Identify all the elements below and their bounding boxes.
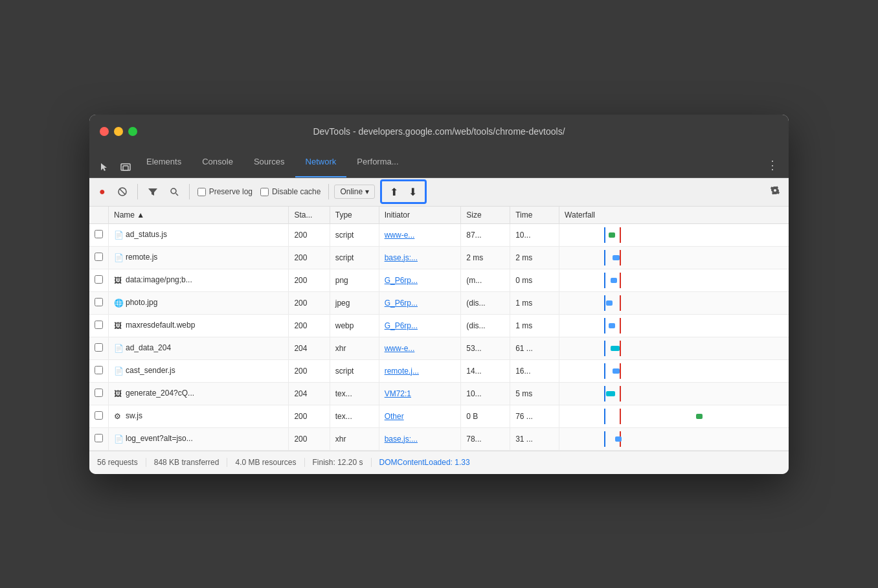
row-initiator[interactable]: G_P6rp...: [379, 314, 461, 337]
download-icon[interactable]: ⬇: [409, 186, 417, 198]
row-name: 📄log_event?alt=jso...: [109, 427, 289, 450]
row-size: 14...: [461, 359, 510, 382]
filter-button[interactable]: [143, 183, 163, 200]
settings-button[interactable]: [767, 182, 783, 201]
initiator-link[interactable]: base.js:...: [385, 253, 418, 262]
row-initiator[interactable]: G_P6rp...: [379, 269, 461, 291]
row-initiator[interactable]: G_P6rp...: [379, 291, 461, 314]
row-checkbox[interactable]: [89, 314, 109, 337]
initiator-link[interactable]: VM72:1: [385, 389, 411, 398]
upload-icon[interactable]: ⬆: [390, 186, 398, 198]
row-checkbox[interactable]: [89, 359, 109, 382]
waterfall-bar: [613, 255, 619, 260]
row-initiator[interactable]: base.js:...: [379, 427, 461, 450]
table-row[interactable]: 📄ad_data_204 204 xhr www-e... 53... 61 .…: [89, 337, 789, 359]
file-type-icon: 📄: [114, 344, 123, 353]
more-tabs-button[interactable]: ⋮: [761, 153, 783, 177]
col-header-initiator[interactable]: Initiator: [379, 207, 461, 224]
disable-cache-checkbox[interactable]: Disable cache: [260, 187, 321, 196]
waterfall-bar-container: [565, 386, 783, 401]
row-waterfall: [559, 427, 789, 450]
close-button[interactable]: [100, 127, 109, 136]
row-size: 2 ms: [461, 246, 510, 269]
table-row[interactable]: 📄ad_status.js 200 script www-e... 87... …: [89, 223, 789, 246]
preserve-log-checkbox[interactable]: Preserve log: [197, 187, 253, 196]
table-row[interactable]: 📄log_event?alt=jso... 200 xhr base.js:..…: [89, 427, 789, 450]
clear-button[interactable]: [113, 183, 132, 200]
row-type: script: [330, 223, 379, 246]
initiator-link[interactable]: Other: [385, 412, 404, 421]
col-header-time[interactable]: Time: [510, 207, 559, 224]
row-checkbox[interactable]: [89, 427, 109, 450]
tab-network[interactable]: Network: [295, 148, 347, 177]
record-button[interactable]: ●: [95, 183, 110, 201]
svg-line-5: [175, 193, 178, 196]
row-status: 200: [289, 359, 330, 382]
search-button[interactable]: [165, 184, 184, 200]
table-header-row: Name ▲ Sta... Type Initiator Size Time W…: [89, 207, 789, 224]
responsive-icon-btn[interactable]: [115, 157, 136, 177]
maximize-button[interactable]: [128, 127, 137, 136]
table-row[interactable]: 📄remote.js 200 script base.js:... 2 ms 2…: [89, 246, 789, 269]
row-initiator[interactable]: base.js:...: [379, 246, 461, 269]
table-row[interactable]: 🖼generate_204?cQ... 204 tex... VM72:1 10…: [89, 382, 789, 405]
waterfall-red-line: [620, 341, 621, 356]
col-header-status[interactable]: Sta...: [289, 207, 330, 224]
online-dropdown[interactable]: Online ▾: [334, 185, 375, 199]
chevron-down-icon: ▾: [365, 187, 369, 196]
table-row[interactable]: ⚙sw.js 200 tex... Other 0 B 76 ...: [89, 405, 789, 427]
waterfall-blue-line: [604, 227, 605, 243]
initiator-link[interactable]: base.js:...: [385, 435, 418, 444]
row-waterfall: [559, 314, 789, 337]
row-type: webp: [330, 314, 379, 337]
tab-console[interactable]: Console: [192, 148, 243, 177]
table-row[interactable]: 🖼data:image/png;b... 200 png G_P6rp... (…: [89, 269, 789, 291]
cursor-icon-btn[interactable]: [95, 157, 115, 177]
row-waterfall: [559, 291, 789, 314]
initiator-link[interactable]: www-e...: [385, 231, 415, 240]
tab-performance[interactable]: Performa...: [346, 148, 409, 177]
initiator-link[interactable]: remote.j...: [385, 367, 419, 376]
row-initiator[interactable]: www-e...: [379, 337, 461, 359]
row-initiator[interactable]: Other: [379, 405, 461, 427]
row-time: 10...: [510, 223, 559, 246]
row-type: script: [330, 246, 379, 269]
initiator-link[interactable]: G_P6rp...: [385, 276, 418, 285]
waterfall-blue-line: [604, 431, 605, 447]
row-time: 2 ms: [510, 246, 559, 269]
row-checkbox[interactable]: [89, 291, 109, 314]
waterfall-red-line: [620, 409, 621, 424]
row-checkbox[interactable]: [89, 382, 109, 405]
table-row[interactable]: 📄cast_sender.js 200 script remote.j... 1…: [89, 359, 789, 382]
window-title: DevTools - developers.google.com/web/too…: [313, 126, 565, 137]
tab-sources[interactable]: Sources: [243, 148, 295, 177]
table-row[interactable]: 🌐photo.jpg 200 jpeg G_P6rp... (dis... 1 …: [89, 291, 789, 314]
file-type-icon: 🌐: [114, 299, 123, 308]
row-initiator[interactable]: remote.j...: [379, 359, 461, 382]
svg-rect-1: [123, 166, 128, 170]
table-row[interactable]: 🖼maxresdefault.webp 200 webp G_P6rp... (…: [89, 314, 789, 337]
waterfall-blue-line: [604, 363, 605, 379]
initiator-link[interactable]: G_P6rp...: [385, 299, 418, 308]
initiator-link[interactable]: www-e...: [385, 344, 415, 353]
col-header-size[interactable]: Size: [461, 207, 510, 224]
row-checkbox[interactable]: [89, 337, 109, 359]
row-status: 200: [289, 405, 330, 427]
row-initiator[interactable]: www-e...: [379, 223, 461, 246]
waterfall-bar-container: [565, 295, 783, 311]
row-size: (dis...: [461, 314, 510, 337]
minimize-button[interactable]: [114, 127, 123, 136]
row-size: (dis...: [461, 291, 510, 314]
row-initiator[interactable]: VM72:1: [379, 382, 461, 405]
row-checkbox[interactable]: [89, 246, 109, 269]
tab-elements[interactable]: Elements: [136, 148, 192, 177]
initiator-link[interactable]: G_P6rp...: [385, 321, 418, 330]
row-checkbox[interactable]: [89, 223, 109, 246]
col-header-name[interactable]: Name ▲: [109, 207, 289, 224]
row-checkbox[interactable]: [89, 405, 109, 427]
col-header-type[interactable]: Type: [330, 207, 379, 224]
waterfall-blue-line: [604, 341, 605, 356]
waterfall-bar-container: [565, 341, 783, 356]
row-checkbox[interactable]: [89, 269, 109, 291]
col-header-waterfall[interactable]: Waterfall: [559, 207, 789, 224]
